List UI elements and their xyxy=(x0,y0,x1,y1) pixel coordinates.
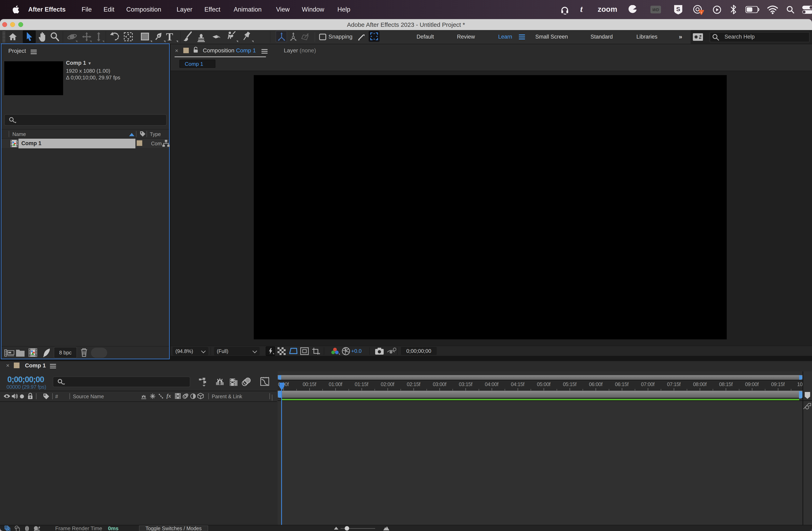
svg-text:S: S xyxy=(676,6,680,12)
svg-text:!: ! xyxy=(701,11,702,14)
svg-text:WD: WD xyxy=(652,8,659,12)
